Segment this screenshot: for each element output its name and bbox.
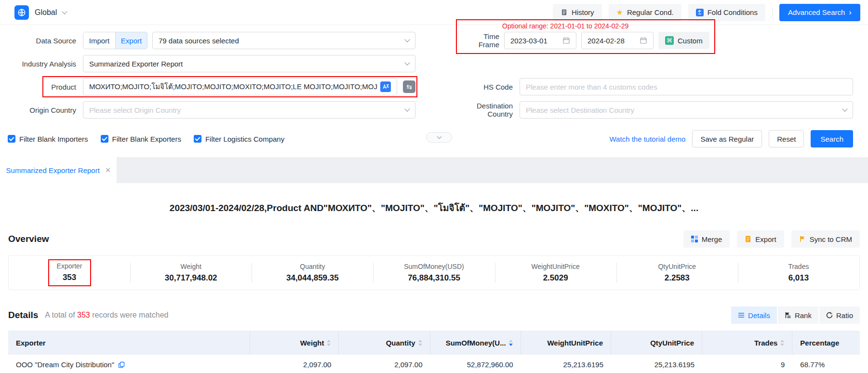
divider [772, 7, 773, 18]
hs-code-input[interactable] [526, 83, 847, 91]
collapse-conditions-button[interactable] [426, 132, 452, 143]
hs-code-row: HS Code [456, 78, 853, 95]
sort-control[interactable] [780, 340, 784, 346]
stat-trades: Trades 6,013 [738, 256, 859, 290]
export-toggle[interactable]: Export [115, 32, 147, 49]
origin-country-select[interactable]: Please select Origin Country [83, 101, 415, 119]
chevron-down-icon [437, 134, 441, 139]
stat-sum-of-money: SumOfMoney(USD) 76,884,310.55 [373, 256, 494, 290]
stat-label: Weight [181, 263, 201, 270]
col-label: WeightUnitPrice [547, 339, 603, 347]
filters-actions-row: Filter Blank Importers Filter Blank Expo… [8, 130, 853, 147]
stat-quantity: Quantity 34,044,859.35 [252, 256, 373, 290]
cell-weight: 2,097.00 [250, 360, 339, 369]
regular-cond-button[interactable]: ★ Regular Cond. [609, 4, 681, 21]
product-row: Product МОХИТО;MOJITO;โมจิโต้;MOJITO;MOJ… [8, 78, 415, 95]
product-input[interactable]: МОХИТО;MOJITO;โมจิโต้;MOJITO;MOJITO;MOXI… [83, 78, 397, 95]
details-title: Details [8, 310, 38, 320]
advanced-search-button[interactable]: Advanced Search › [779, 4, 860, 21]
filter-blank-importers-label: Filter Blank Importers [19, 135, 88, 143]
data-source-toggle: Import Export [83, 32, 147, 49]
translate-icon[interactable] [380, 81, 391, 92]
result-query-title: 2023/03/01-2024/02/28,Product AND"МОХИТО… [0, 200, 868, 215]
destination-country-label: Destination Country [456, 102, 520, 118]
merge-icon [691, 236, 698, 242]
match-summary: A total of 353 records were matched [45, 311, 168, 320]
stat-value: 76,884,310.55 [408, 273, 460, 283]
copy-icon[interactable] [118, 361, 125, 368]
custom-range-button[interactable]: ⌘ Custom [658, 32, 709, 49]
sort-control[interactable] [509, 340, 513, 346]
view-details-button[interactable]: Details [731, 306, 777, 324]
date-start-input[interactable]: 2023-03-01 [504, 32, 576, 49]
calendar-icon [562, 37, 570, 44]
stat-value: 353 [63, 273, 76, 282]
sort-asc-icon [327, 340, 331, 342]
fold-conditions-button[interactable]: Fold Conditions [688, 4, 765, 21]
search-button[interactable]: Search [811, 130, 853, 147]
checkbox-checked-icon [101, 135, 108, 143]
col-quantity: Quantity [339, 331, 430, 355]
export-button[interactable]: Export [737, 230, 784, 248]
stat-label: WeightUnitPrice [532, 263, 580, 270]
globe-logo-icon [14, 5, 29, 20]
filter-blank-importers-checkbox[interactable]: Filter Blank Importers [8, 135, 88, 143]
history-button[interactable]: History [553, 4, 602, 21]
filter-blank-exporters-label: Filter Blank Exporters [112, 135, 181, 143]
stat-label: SumOfMoney(USD) [404, 263, 464, 270]
overview-header: Overview Merge Export Sync to CRM [8, 230, 860, 248]
destination-country-select[interactable]: Please select Destination Country [520, 101, 853, 119]
view-ratio-button[interactable]: Ratio [819, 306, 860, 324]
details-header: Details A total of 353 records were matc… [8, 306, 860, 324]
annotation-box-exporter: Exporter 353 [48, 259, 91, 286]
save-as-regular-button[interactable]: Save as Regular [692, 130, 762, 147]
tutorial-demo-link[interactable]: Watch the tutorial demo [610, 135, 686, 143]
table-row: OOO "Dream City Distribution" 2,097.00 2… [8, 355, 860, 373]
match-prefix: A total of [45, 311, 75, 319]
col-weight: Weight [250, 331, 339, 355]
chevron-down-icon [404, 37, 410, 42]
col-weight-unit-price: WeightUnitPrice [521, 331, 611, 355]
merge-button[interactable]: Merge [683, 230, 730, 248]
brand-selector[interactable]: Global [14, 5, 67, 20]
cell-percentage: 68.77% [792, 360, 860, 369]
sync-to-crm-button[interactable]: Sync to CRM [791, 230, 860, 248]
synonym-expand-icon[interactable]: ⇆ [403, 80, 415, 93]
data-sources-select[interactable]: 79 data sources selected [152, 32, 415, 49]
cell-sum-of-money: 52,872,960.00 [430, 360, 521, 369]
sort-control[interactable] [327, 340, 331, 346]
industry-analysis-label: Industry Analysis [8, 60, 83, 68]
close-icon[interactable]: × [106, 166, 111, 174]
custom-label: Custom [678, 37, 703, 45]
search-form: Data Source Import Export 79 data source… [0, 25, 868, 157]
export-file-icon [745, 236, 751, 242]
date-end-input[interactable]: 2024-02-28 [581, 32, 654, 49]
tab-strip: Summarized Exporter Report × [0, 157, 868, 183]
time-frame-label: Time Frame [461, 32, 499, 49]
stat-value: 6,013 [788, 273, 809, 283]
rank-icon [785, 312, 791, 319]
sync-to-crm-label: Sync to CRM [810, 235, 852, 243]
brand-label: Global [35, 8, 57, 17]
sort-control[interactable] [418, 340, 422, 346]
col-label: QtyUnitPrice [650, 339, 694, 347]
view-details-label: Details [748, 311, 770, 320]
industry-analysis-select[interactable]: Summarized Exporter Report [83, 55, 415, 72]
cell-trades: 9 [702, 360, 792, 369]
view-switcher: Details Rank Ratio [731, 306, 860, 324]
view-rank-button[interactable]: Rank [778, 306, 818, 324]
stat-weight-unit-price: WeightUnitPrice 2.5029 [495, 256, 616, 290]
tab-summarized-exporter-report[interactable]: Summarized Exporter Report × [0, 157, 117, 183]
col-label: Percentage [800, 339, 839, 347]
data-source-label: Data Source [8, 37, 83, 45]
stat-label: Exporter [57, 262, 82, 270]
exporter-name-link[interactable]: OOO "Dream City Distribution" [16, 360, 114, 369]
topbar-actions: History ★ Regular Cond. Fold Conditions … [553, 4, 860, 21]
origin-country-placeholder: Please select Origin Country [89, 106, 405, 114]
filter-logistics-company-checkbox[interactable]: Filter Logistics Company [194, 135, 284, 143]
filter-blank-exporters-checkbox[interactable]: Filter Blank Exporters [101, 135, 181, 143]
import-toggle[interactable]: Import [83, 32, 115, 49]
reset-button[interactable]: Reset [769, 130, 804, 147]
col-trades: Trades [702, 331, 792, 355]
stat-value: 34,044,859.35 [286, 273, 339, 283]
